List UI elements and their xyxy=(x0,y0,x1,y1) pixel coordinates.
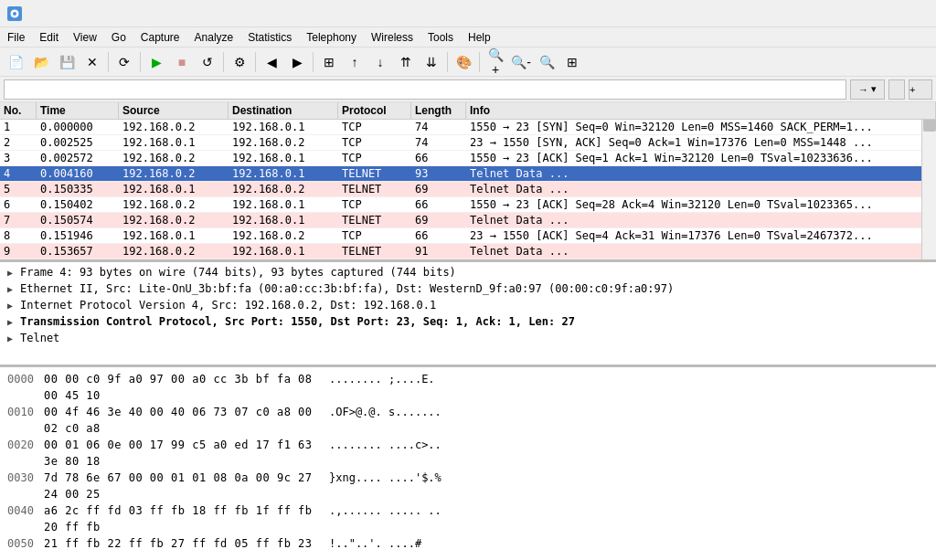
detail-arrow-icon: ▶ xyxy=(7,317,16,327)
packet-cell: 0.151946 xyxy=(37,228,119,243)
packet-list[interactable]: No. Time Source Destination Protocol Len… xyxy=(0,102,936,262)
open-btn[interactable]: 📂 xyxy=(29,50,53,74)
packet-cell: 5 xyxy=(0,182,37,196)
detail-row[interactable]: ▶Transmission Control Protocol, Src Port… xyxy=(0,313,936,330)
packet-cell: TCP xyxy=(338,135,411,150)
zoom-in-btn[interactable]: 🔍+ xyxy=(484,50,507,74)
hex-row: 0010 00 4f 46 3e 40 00 40 06 73 07 c0 a8… xyxy=(7,404,929,437)
packet-cell: 74 xyxy=(411,120,466,134)
packet-list-header: No. Time Source Destination Protocol Len… xyxy=(0,102,936,120)
close-capture-btn[interactable]: ✕ xyxy=(80,50,104,74)
first-packet-btn[interactable]: ⇈ xyxy=(394,50,418,74)
last-packet-btn[interactable]: ⇊ xyxy=(420,50,443,74)
packet-detail[interactable]: ▶Frame 4: 93 bytes on wire (744 bits), 9… xyxy=(0,262,936,367)
zoom-out-btn[interactable]: 🔍- xyxy=(509,50,533,74)
packet-cell: 0.002525 xyxy=(37,135,119,150)
packet-cell: 192.168.0.1 xyxy=(119,182,229,196)
start-capture-btn[interactable]: ▶ xyxy=(144,50,168,74)
hex-row: 0000 00 00 c0 9f a0 97 00 a0 cc 3b bf fa… xyxy=(7,371,929,404)
header-protocol[interactable]: Protocol xyxy=(338,102,411,119)
back-btn[interactable]: ◀ xyxy=(260,50,283,74)
menu-file[interactable]: File xyxy=(0,27,32,48)
header-source[interactable]: Source xyxy=(119,102,229,119)
detail-text: Telnet xyxy=(20,332,59,344)
detail-text: Frame 4: 93 bytes on wire (744 bits), 93… xyxy=(20,266,456,279)
header-destination[interactable]: Destination xyxy=(229,102,338,119)
menu-telephony[interactable]: Telephony xyxy=(299,27,364,48)
packet-cell: 0.153657 xyxy=(37,244,119,259)
stop-capture-btn[interactable]: ■ xyxy=(170,50,194,74)
header-info[interactable]: Info xyxy=(466,102,936,119)
hex-dump[interactable]: 0000 00 00 c0 9f a0 97 00 a0 cc 3b bf fa… xyxy=(0,367,936,560)
packet-cell: 1550 → 23 [ACK] Seq=1 Ack=1 Win=32120 Le… xyxy=(466,151,936,165)
packet-row[interactable]: 30.002572192.168.0.2192.168.0.1TCP661550… xyxy=(0,151,936,166)
hex-ascii: ........ ....c>.. xyxy=(318,437,441,470)
packet-cell: 0.002572 xyxy=(37,151,119,165)
forward-btn[interactable]: ▶ xyxy=(285,50,309,74)
hex-offset: 0010 xyxy=(7,404,44,437)
menu-help[interactable]: Help xyxy=(461,27,498,48)
packet-cell: 192.168.0.2 xyxy=(119,151,229,165)
packet-row[interactable]: 70.150574192.168.0.2192.168.0.1TELNET69T… xyxy=(0,213,936,228)
filter-arrow-icon: → xyxy=(858,84,868,95)
packet-cell: 192.168.0.2 xyxy=(229,228,338,243)
packet-row[interactable]: 80.151946192.168.0.1192.168.0.2TCP6623 →… xyxy=(0,228,936,244)
restore-button[interactable] xyxy=(845,0,887,27)
detail-arrow-icon: ▶ xyxy=(7,301,16,311)
menu-tools[interactable]: Tools xyxy=(420,27,461,48)
packet-row[interactable]: 10.000000192.168.0.2192.168.0.1TCP741550… xyxy=(0,120,936,135)
capture-options-btn[interactable]: ⚙ xyxy=(228,50,251,74)
colorize-btn[interactable]: 🎨 xyxy=(452,50,475,74)
menu-statistics[interactable]: Statistics xyxy=(240,27,299,48)
detail-text: Internet Protocol Version 4, Src: 192.16… xyxy=(20,299,436,312)
packet-row[interactable]: 40.004160192.168.0.2192.168.0.1TELNET93T… xyxy=(0,166,936,182)
packet-cell: 91 xyxy=(411,244,466,259)
close-button[interactable] xyxy=(887,0,929,27)
add-filter-btn[interactable]: + xyxy=(909,79,932,100)
zoom-reset-btn[interactable]: 🔍 xyxy=(535,50,558,74)
packet-cell: TCP xyxy=(338,197,411,212)
packet-row[interactable]: 50.150335192.168.0.1192.168.0.2TELNET69T… xyxy=(0,182,936,197)
main-content: No. Time Source Destination Protocol Len… xyxy=(0,102,936,560)
filter-input[interactable] xyxy=(4,79,846,100)
packet-cell: 192.168.0.2 xyxy=(119,197,229,212)
packet-cell: 192.168.0.1 xyxy=(229,197,338,212)
detail-row[interactable]: ▶Ethernet II, Src: Lite-OnU_3b:bf:fa (00… xyxy=(0,280,936,297)
header-no[interactable]: No. xyxy=(0,102,37,119)
packet-list-scrollbar[interactable] xyxy=(921,102,936,259)
menu-view[interactable]: View xyxy=(66,27,104,48)
packet-cell: Telnet Data ... xyxy=(466,244,936,259)
detail-row[interactable]: ▶Internet Protocol Version 4, Src: 192.1… xyxy=(0,297,936,313)
packet-rows-container: 10.000000192.168.0.2192.168.0.1TCP741550… xyxy=(0,120,936,259)
save-btn[interactable]: 💾 xyxy=(55,50,79,74)
header-length[interactable]: Length xyxy=(411,102,466,119)
hex-offset: 0000 xyxy=(7,371,44,404)
detail-row[interactable]: ▶Frame 4: 93 bytes on wire (744 bits), 9… xyxy=(0,264,936,280)
minimize-button[interactable] xyxy=(803,0,845,27)
packet-cell: 1 xyxy=(0,120,37,134)
new-capture-btn[interactable]: 📄 xyxy=(4,50,27,74)
hex-offset: 0030 xyxy=(7,470,44,502)
menu-wireless[interactable]: Wireless xyxy=(364,27,420,48)
menu-go[interactable]: Go xyxy=(104,27,133,48)
packet-cell: 8 xyxy=(0,228,37,243)
menu-edit[interactable]: Edit xyxy=(32,27,66,48)
filter-apply-btn[interactable]: → ▾ xyxy=(850,79,885,100)
restart-capture-btn[interactable]: ↺ xyxy=(196,50,219,74)
packet-row[interactable]: 90.153657192.168.0.2192.168.0.1TELNET91T… xyxy=(0,244,936,259)
menu-capture[interactable]: Capture xyxy=(133,27,187,48)
prev-packet-btn[interactable]: ↑ xyxy=(343,50,367,74)
header-time[interactable]: Time xyxy=(37,102,119,119)
go-to-packet-btn[interactable]: ⊞ xyxy=(317,50,341,74)
sep2 xyxy=(140,52,141,72)
resize-columns-btn[interactable]: ⊞ xyxy=(560,50,584,74)
detail-row[interactable]: ▶Telnet xyxy=(0,330,936,346)
hex-row: 0050 21 ff fb 22 ff fb 27 ff fd 05 ff fb… xyxy=(7,535,929,552)
packet-row[interactable]: 20.002525192.168.0.1192.168.0.2TCP7423 →… xyxy=(0,135,936,151)
next-packet-btn[interactable]: ↓ xyxy=(368,50,392,74)
packet-row[interactable]: 60.150402192.168.0.2192.168.0.1TCP661550… xyxy=(0,197,936,213)
menu-analyze[interactable]: Analyze xyxy=(187,27,241,48)
expression-btn[interactable] xyxy=(888,79,905,100)
reload-btn[interactable]: ⟳ xyxy=(112,50,136,74)
packet-cell: 192.168.0.1 xyxy=(229,120,338,134)
